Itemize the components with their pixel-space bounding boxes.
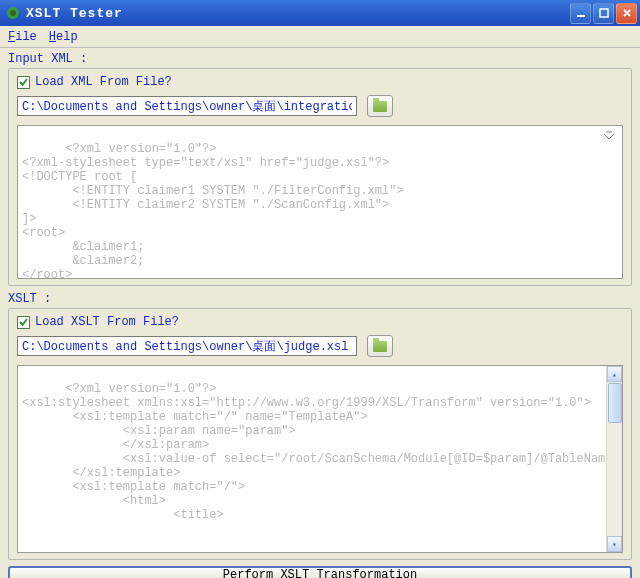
input-xml-group: Load XML From File? <?xml version="1.0"?… [8, 68, 632, 286]
close-button[interactable] [616, 3, 637, 24]
folder-icon [373, 101, 387, 112]
svg-rect-2 [577, 15, 585, 17]
transform-button[interactable]: Perform XSLT Transformation [8, 566, 632, 578]
scroll-up-button[interactable]: ▴ [607, 366, 622, 382]
scroll-down-button[interactable]: ▾ [607, 536, 622, 552]
svg-point-1 [10, 10, 16, 16]
load-xml-label: Load XML From File? [35, 75, 172, 89]
xslt-path-input[interactable] [17, 336, 357, 356]
scroll-thumb[interactable] [608, 383, 622, 423]
xml-path-input[interactable] [17, 96, 357, 116]
load-xml-checkbox[interactable] [17, 76, 30, 89]
menu-help[interactable]: Help [49, 30, 78, 44]
svg-rect-3 [600, 9, 608, 17]
xslt-label: XSLT : [8, 292, 632, 306]
app-icon [5, 5, 21, 21]
maximize-button[interactable] [593, 3, 614, 24]
xslt-browse-button[interactable] [367, 335, 393, 357]
xml-code-box[interactable]: <?xml version="1.0"?> <?xml-stylesheet t… [17, 125, 623, 279]
titlebar: XSLT Tester [0, 0, 640, 26]
xslt-group: Load XSLT From File? <?xml version="1.0"… [8, 308, 632, 560]
xml-code-content: <?xml version="1.0"?> <?xml-stylesheet t… [22, 142, 404, 279]
load-xslt-checkbox[interactable] [17, 316, 30, 329]
scrollbar[interactable]: ▴ ▾ [606, 366, 622, 552]
window-controls [570, 3, 637, 24]
menu-file[interactable]: File [8, 30, 37, 44]
content-area: Input XML : Load XML From File? <?xml ve… [0, 48, 640, 578]
menubar: File Help [0, 26, 640, 48]
window-title: XSLT Tester [26, 6, 570, 21]
xslt-code-content: <?xml version="1.0"?> <xsl:stylesheet xm… [22, 382, 623, 522]
load-xslt-label: Load XSLT From File? [35, 315, 179, 329]
xslt-code-box[interactable]: <?xml version="1.0"?> <xsl:stylesheet xm… [17, 365, 623, 553]
minimize-button[interactable] [570, 3, 591, 24]
folder-icon [373, 341, 387, 352]
input-xml-label: Input XML : [8, 52, 632, 66]
expand-icon[interactable] [602, 129, 616, 143]
xml-browse-button[interactable] [367, 95, 393, 117]
